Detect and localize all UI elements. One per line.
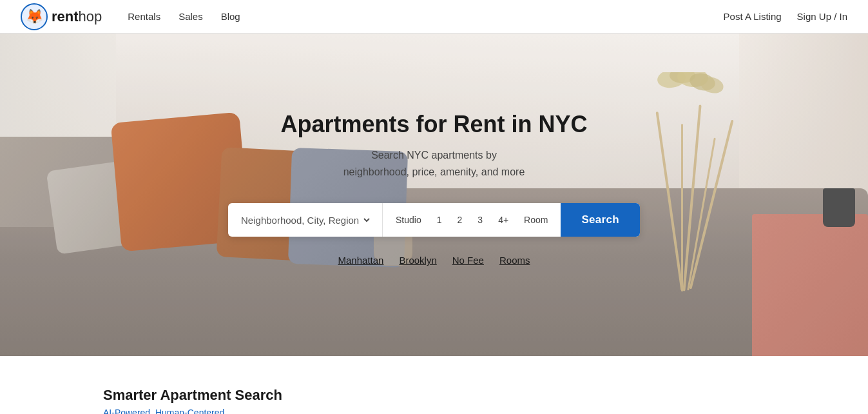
post-listing-link[interactable]: Post A Listing [724,11,782,22]
sign-up-link[interactable]: Sign Up / In [797,11,847,22]
hero-title: Apartments for Rent in NYC [280,111,587,138]
bed-room-button[interactable]: Room [516,211,555,229]
quick-links: Manhattan Brooklyn No Fee Rooms [338,255,530,266]
logo-text: renthop [52,8,102,25]
search-button[interactable]: Search [561,203,640,237]
nav-rentals[interactable]: Rentals [128,11,160,22]
nav-links: Rentals Sales Blog [128,11,240,23]
hero-subtitle: Search NYC apartments by neighborhood, p… [343,147,525,180]
quick-link-brooklyn[interactable]: Brooklyn [399,255,436,266]
nav-sales[interactable]: Sales [178,11,203,22]
logo[interactable]: 🦊 renthop [21,3,102,30]
logo-icon: 🦊 [21,3,48,30]
quick-link-manhattan[interactable]: Manhattan [338,255,384,266]
search-bar: Neighborhood, City, Region Manhattan Bro… [228,203,640,237]
below-hero-section: Smarter Apartment Search AI-Powered, Hum… [0,356,868,414]
bed-1-button[interactable]: 1 [429,211,450,229]
bed-2-button[interactable]: 2 [450,211,470,229]
quick-link-rooms[interactable]: Rooms [499,255,530,266]
hero-content: Apartments for Rent in NYC Search NYC ap… [0,34,868,356]
nav-blog[interactable]: Blog [221,11,240,22]
nav-right: Post A Listing Sign Up / In [724,11,847,22]
location-dropdown[interactable]: Neighborhood, City, Region Manhattan Bro… [238,214,372,226]
below-hero-subtitle: AI-Powered, Human-Centered [103,408,765,414]
hero-section: Apartments for Rent in NYC Search NYC ap… [0,34,868,356]
bed-4plus-button[interactable]: 4+ [490,211,516,229]
bed-studio-button[interactable]: Studio [388,211,429,229]
below-hero-title: Smarter Apartment Search [103,387,765,404]
navbar: 🦊 renthop Rentals Sales Blog Post A List… [0,0,868,34]
beds-selector: Studio 1 2 3 4+ Room [383,203,561,237]
quick-link-no-fee[interactable]: No Fee [452,255,484,266]
location-select-wrapper[interactable]: Neighborhood, City, Region Manhattan Bro… [228,203,383,237]
bed-3-button[interactable]: 3 [470,211,490,229]
